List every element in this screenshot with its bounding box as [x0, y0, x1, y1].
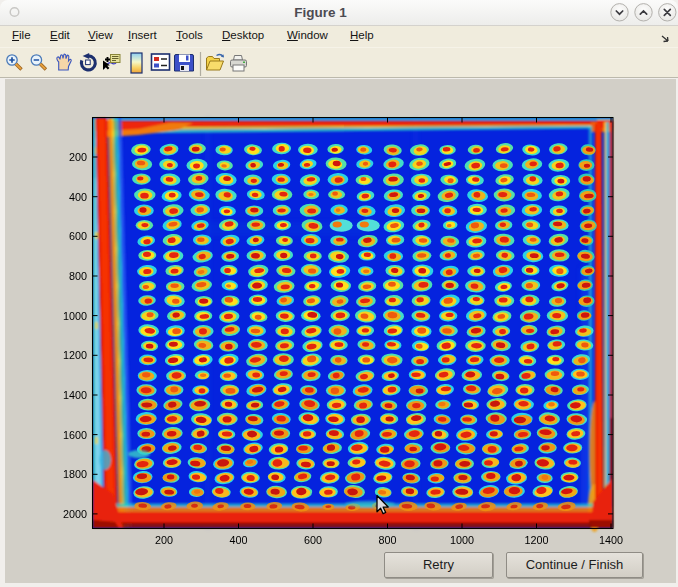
- svg-text:400: 400: [229, 534, 247, 546]
- svg-text:1000: 1000: [450, 534, 474, 546]
- svg-text:1800: 1800: [63, 468, 87, 480]
- svg-text:200: 200: [155, 534, 173, 546]
- svg-text:2000: 2000: [63, 508, 87, 520]
- svg-text:1400: 1400: [63, 389, 87, 401]
- svg-text:600: 600: [69, 230, 87, 242]
- svg-text:1200: 1200: [63, 349, 87, 361]
- svg-text:1600: 1600: [63, 429, 87, 441]
- svg-text:1200: 1200: [524, 534, 548, 546]
- svg-text:800: 800: [69, 270, 87, 282]
- svg-text:800: 800: [378, 534, 396, 546]
- svg-text:400: 400: [69, 191, 87, 203]
- svg-text:1400: 1400: [599, 534, 623, 546]
- svg-text:200: 200: [69, 151, 87, 163]
- svg-text:1000: 1000: [63, 310, 87, 322]
- svg-text:600: 600: [304, 534, 322, 546]
